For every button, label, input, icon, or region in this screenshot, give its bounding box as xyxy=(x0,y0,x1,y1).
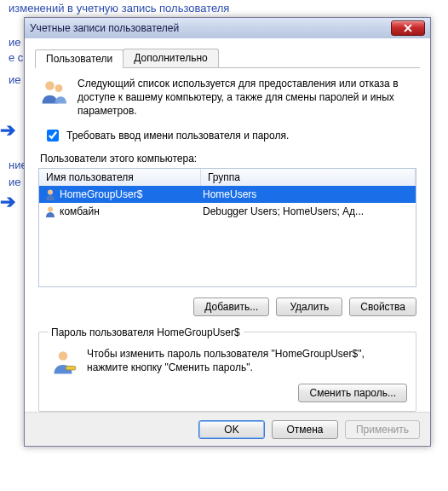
user-group: Debugger Users; HomeUsers; Ад... xyxy=(203,205,412,217)
users-listview[interactable]: Имя пользователя Группа HomeGroupUser$ H… xyxy=(38,168,416,287)
svg-point-2 xyxy=(48,189,53,194)
titlebar[interactable]: Учетные записи пользователей xyxy=(25,18,430,38)
ok-button[interactable]: OK xyxy=(198,420,265,439)
user-name: HomeGroupUser$ xyxy=(58,188,203,200)
user-icon xyxy=(43,205,58,217)
password-legend: Пароль пользователя HomeGroupUser$ xyxy=(48,326,244,338)
properties-button[interactable]: Свойства xyxy=(349,297,416,316)
close-icon xyxy=(404,24,412,32)
intro-text: Следующий список используется для предос… xyxy=(78,77,416,118)
svg-point-1 xyxy=(55,84,63,92)
svg-point-3 xyxy=(48,206,53,211)
list-caption: Пользователи этого компьютера: xyxy=(40,153,416,165)
password-text: Чтобы изменить пароль пользователя "Home… xyxy=(87,347,407,376)
col-group[interactable]: Группа xyxy=(201,169,416,186)
cancel-button[interactable]: Отмена xyxy=(272,420,338,439)
bg-snip: ие xyxy=(9,36,21,49)
remove-user-button[interactable]: Удалить xyxy=(276,297,342,316)
dialog-footer: OK Отмена Применить xyxy=(25,412,430,446)
apply-button[interactable]: Применить xyxy=(345,420,420,439)
add-user-button[interactable]: Добавить... xyxy=(193,297,269,316)
change-password-button[interactable]: Сменить пароль... xyxy=(298,384,407,402)
user-accounts-dialog: Учетные записи пользователей Пользовател… xyxy=(24,17,431,447)
svg-point-0 xyxy=(45,81,55,90)
bg-snip: ие xyxy=(9,176,21,188)
require-login-label[interactable]: Требовать ввод имени пользователя и паро… xyxy=(66,130,289,142)
require-login-checkbox[interactable] xyxy=(47,130,59,142)
user-row[interactable]: комбайн Debugger Users; HomeUsers; Ад... xyxy=(39,203,416,220)
user-name: комбайн xyxy=(58,205,203,217)
listview-header[interactable]: Имя пользователя Группа xyxy=(39,169,416,186)
svg-rect-5 xyxy=(66,366,76,370)
close-button[interactable] xyxy=(391,20,425,36)
users-icon xyxy=(38,77,69,118)
user-row[interactable]: HomeGroupUser$ HomeUsers xyxy=(39,186,416,203)
bg-snip: ие xyxy=(9,73,21,86)
arrow-annotation: ➔ xyxy=(0,119,15,142)
key-user-icon xyxy=(48,347,78,380)
tab-advanced[interactable]: Дополнительно xyxy=(123,49,218,67)
col-username[interactable]: Имя пользователя xyxy=(39,169,201,186)
user-group: HomeUsers xyxy=(203,188,412,200)
bg-line: изменений в учетную запись пользователя xyxy=(9,2,229,14)
user-icon xyxy=(43,188,58,200)
svg-point-4 xyxy=(59,351,68,361)
password-groupbox: Пароль пользователя HomeGroupUser$ Чтобы… xyxy=(38,326,416,412)
tab-users[interactable]: Пользователи xyxy=(35,49,123,68)
dialog-title: Учетные записи пользователей xyxy=(30,22,391,34)
arrow-annotation: ➔ xyxy=(0,191,15,213)
tabstrip: Пользователи Дополнительно xyxy=(35,49,420,68)
